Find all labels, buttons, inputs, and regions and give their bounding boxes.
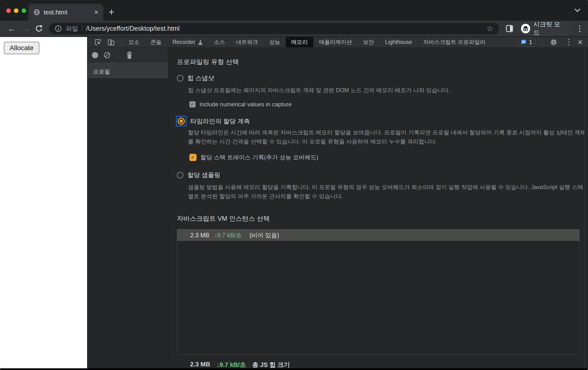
- total-size: 2.3 MB: [190, 361, 210, 368]
- tab-network[interactable]: 네트워크: [231, 37, 264, 47]
- option-label[interactable]: 힙 스냅샷: [188, 74, 214, 82]
- tab-js-profiler[interactable]: 자바스크립트 프로파일러: [418, 37, 491, 47]
- incognito-label: 시크릿 모드: [534, 20, 565, 37]
- browser-tab[interactable]: test.html ×: [28, 4, 103, 21]
- issues-bubble-icon: [521, 39, 527, 45]
- toolbar-divider: [543, 39, 543, 45]
- bookmark-star-icon[interactable]: ☆: [486, 24, 494, 33]
- reload-button[interactable]: [35, 24, 43, 33]
- devtools: 요소 콘솔 Recorder 소스 네트워크 성능 메모리 애플리케이션 보안 …: [87, 37, 588, 368]
- radio-allocation-timeline[interactable]: [176, 116, 187, 126]
- incognito-badge: 시크릿 모드: [519, 22, 570, 35]
- inspect-element-icon[interactable]: [91, 37, 105, 47]
- tab-memory[interactable]: 메모리: [286, 37, 314, 47]
- vm-note: (비어 있음): [250, 231, 279, 239]
- profiling-type-heading: 프로파일링 유형 선택: [177, 58, 584, 66]
- option-description: 샘플링 방법을 사용해 메모리 할당을 기록합니다. 이 프로필 유형의 경우 …: [188, 183, 584, 201]
- tab-sources[interactable]: 소스: [209, 37, 231, 47]
- new-tab-button[interactable]: +: [108, 7, 115, 17]
- tab-recorder[interactable]: Recorder: [167, 37, 209, 47]
- radio-allocation-sampling[interactable]: [177, 172, 184, 178]
- option-description: 할당 타임라인은 시간에 따라 계측된 자바스크립트 메모리 할당을 보여줍니다…: [188, 128, 584, 146]
- clear-icon[interactable]: [104, 51, 111, 59]
- omnibox[interactable]: 파일 /Users/yceffort/Desktop/test.html ☆: [49, 23, 499, 34]
- url-text[interactable]: /Users/yceffort/Desktop/test.html: [86, 25, 180, 32]
- flask-icon: [198, 39, 203, 45]
- profiles-sidebar: 프로필: [88, 48, 168, 368]
- checkbox-allocation-stack[interactable]: ✓: [189, 154, 197, 161]
- window-bottom-edge: [0, 368, 588, 370]
- url-scheme-label: 파일: [66, 24, 78, 33]
- close-window-button[interactable]: [6, 8, 11, 13]
- tab-close-icon[interactable]: ×: [94, 9, 98, 16]
- toolbar-divider: [120, 39, 120, 45]
- option-description: 힙 스냅샷 프로필에는 페이지의 자바스크립트 객체 및 관련 DOM 노드 간…: [188, 86, 584, 95]
- tab-lighthouse[interactable]: Lighthouse: [380, 37, 418, 47]
- checkbox-include-numerical[interactable]: ✓: [189, 101, 196, 107]
- device-toolbar-icon[interactable]: [105, 37, 118, 47]
- heap-total-summary: 2.3 MB ↓9.7 kB/초 총 JS 힙 크기: [177, 361, 584, 368]
- window-controls: [6, 8, 26, 13]
- down-arrow-icon: ↓: [217, 361, 220, 368]
- allocate-button[interactable]: Allocate: [4, 42, 39, 54]
- vm-heap-size: 2.3 MB: [190, 232, 209, 239]
- browser-menu-icon[interactable]: [577, 25, 582, 32]
- web-page: Allocate: [0, 37, 87, 368]
- address-bar: ← → 파일 /Users/yceffort/Desktop/test.html…: [0, 21, 588, 36]
- vm-rate: 9.7 kB/초: [217, 232, 242, 238]
- info-icon[interactable]: [55, 25, 62, 32]
- devtools-menu-icon[interactable]: [567, 39, 571, 45]
- incognito-icon: [521, 24, 530, 33]
- issues-button[interactable]: 1: [517, 38, 536, 47]
- forward-button[interactable]: →: [20, 24, 32, 33]
- tab-console[interactable]: 콘솔: [145, 37, 167, 47]
- vm-instances-list: 2.3 MB ↓9.7 kB/초 (비어 있음): [177, 229, 580, 355]
- tab-elements[interactable]: 요소: [123, 37, 145, 47]
- record-icon[interactable]: [92, 52, 98, 58]
- devtools-tabbar: 요소 콘솔 Recorder 소스 네트워크 성능 메모리 애플리케이션 보안 …: [88, 37, 588, 48]
- checkbox-label[interactable]: 할당 스택 트레이스 기록(추가 성능 오버헤드): [200, 153, 318, 161]
- globe-icon: [33, 9, 40, 16]
- trash-icon[interactable]: [126, 51, 133, 59]
- settings-gear-icon[interactable]: [550, 39, 557, 46]
- tab-title: test.html: [44, 9, 91, 16]
- checkbox-label[interactable]: Include numerical values in capture: [200, 101, 292, 108]
- tab-application[interactable]: 애플리케이션: [314, 37, 357, 47]
- total-label: 총 JS 힙 크기: [252, 361, 290, 368]
- profiles-header[interactable]: 프로필: [88, 63, 168, 78]
- radio-heap-snapshot[interactable]: [177, 75, 184, 82]
- toolbar-divider: [118, 51, 119, 59]
- option-label[interactable]: 할당 샘플링: [188, 171, 220, 179]
- omnibox-divider: [82, 25, 82, 32]
- content-area: Allocate 요소 콘솔 Recorder 소스 네트워크: [0, 36, 588, 368]
- browser-window: test.html × + ← → 파일 /Users/yceffort/Des…: [0, 0, 588, 370]
- memory-panel: 프로파일링 유형 선택 힙 스냅샷 힙 스냅샷 프로필에는 페이지의 자바스크립…: [168, 48, 584, 368]
- vm-instance-row[interactable]: 2.3 MB ↓9.7 kB/초 (비어 있음): [177, 229, 579, 241]
- side-panel-icon[interactable]: [505, 24, 514, 33]
- titlebar: test.html × +: [0, 0, 588, 21]
- tab-performance[interactable]: 성능: [264, 37, 286, 47]
- vm-instances-heading: 자바스크립트 VM 인스턴스 선택: [177, 214, 584, 223]
- devtools-close-icon[interactable]: ×: [576, 38, 584, 47]
- option-label[interactable]: 타임라인의 할당 계측: [190, 117, 250, 125]
- tab-security[interactable]: 보안: [357, 37, 380, 47]
- scrollbar-track[interactable]: [584, 48, 588, 368]
- total-rate: 9.7 kB/초: [220, 361, 246, 368]
- back-button[interactable]: ←: [6, 24, 18, 33]
- tab-search-chevron-icon[interactable]: [574, 8, 581, 12]
- down-arrow-icon: ↓: [214, 232, 217, 238]
- maximize-window-button[interactable]: [21, 8, 26, 13]
- profiles-toolbar: [88, 48, 168, 63]
- minimize-window-button[interactable]: [14, 8, 19, 13]
- issues-count: 1: [529, 39, 532, 46]
